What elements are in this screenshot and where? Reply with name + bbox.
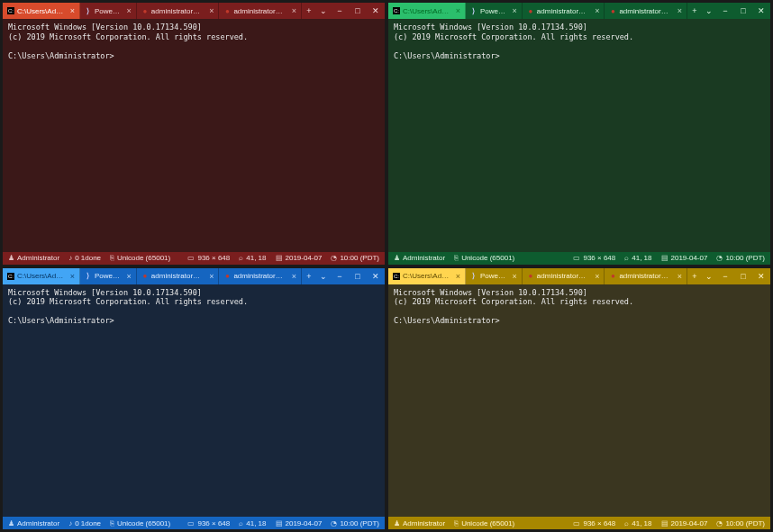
tab-bash-2[interactable]: ●administrator@DES..× <box>605 3 687 19</box>
titlebar: C:C:\Users\Administr.×⟩PowerShell×●admin… <box>388 3 770 19</box>
tab-close-button[interactable]: × <box>595 6 599 15</box>
terminal-output[interactable]: Microsoft Windows [Version 10.0.17134.59… <box>3 19 385 252</box>
minimize-button[interactable]: − <box>331 3 349 19</box>
window-controls: −□✕ <box>716 268 770 284</box>
close-window-button[interactable]: ✕ <box>752 268 770 284</box>
tab-label: administrator@DES.. <box>233 272 286 280</box>
output-line: (c) 2019 Microsoft Corporation. All righ… <box>8 297 379 307</box>
tab-label: PowerShell <box>95 272 122 280</box>
minimize-button[interactable]: − <box>716 268 734 284</box>
status-encoding-icon: ⎘ <box>110 519 114 527</box>
maximize-button[interactable]: □ <box>349 3 367 19</box>
tab-close-button[interactable]: × <box>595 272 599 281</box>
tab-close-button[interactable]: × <box>456 6 460 15</box>
tab-powershell[interactable]: ⟩PowerShell× <box>466 3 523 19</box>
status-left: ♟Administrator⎘Unicode (65001) <box>394 519 514 527</box>
tab-close-button[interactable]: × <box>513 272 517 281</box>
tab-bash-2[interactable]: ●administrator@DES..× <box>219 268 302 284</box>
tab-close-button[interactable]: × <box>70 6 75 15</box>
tab-dropdown-button[interactable]: ⌄ <box>702 3 716 19</box>
tab-close-button[interactable]: × <box>127 272 132 281</box>
terminal-output[interactable]: Microsoft Windows [Version 10.0.17134.59… <box>388 284 770 518</box>
minimize-button[interactable]: − <box>716 3 734 19</box>
tab-label: administrator@DES.. <box>537 7 589 15</box>
tab-label: administrator@DES.. <box>151 272 204 280</box>
status-position: ⌕41, 18 <box>239 519 266 527</box>
minimize-button[interactable]: − <box>331 268 349 284</box>
tab-dropdown-button[interactable]: ⌄ <box>702 268 716 284</box>
status-time: ◔10:00 (PDT) <box>331 254 379 262</box>
close-window-button[interactable]: ✕ <box>752 3 770 19</box>
new-tab-button[interactable]: + <box>302 268 316 284</box>
titlebar: C:C:\Users\Administr.×⟩PowerShell×●admin… <box>388 268 770 284</box>
tab-cmd[interactable]: C:C:\Users\Administr.× <box>388 268 466 284</box>
bash-icon: ● <box>223 273 231 280</box>
status-bar: ♟Administrator⎘Unicode (65001)▭936 × 648… <box>388 517 770 529</box>
output-line: (c) 2019 Microsoft Corporation. All righ… <box>394 32 765 42</box>
tab-close-button[interactable]: × <box>513 6 517 15</box>
output-line: Microsoft Windows [Version 10.0.17134.59… <box>8 23 379 32</box>
status-time-value: 10:00 (PDT) <box>725 519 765 527</box>
maximize-button[interactable]: □ <box>349 268 367 284</box>
new-tab-button[interactable]: + <box>302 3 316 19</box>
powershell-icon: ⟩ <box>470 273 477 280</box>
tab-close-button[interactable]: × <box>292 272 296 281</box>
status-jobs-icon: ♪ <box>68 519 72 527</box>
status-right: ▭936 × 648⌕41, 18▤2019-04-07◔10:00 (PDT) <box>573 519 765 527</box>
blank-line <box>8 307 379 317</box>
status-date: ▤2019-04-07 <box>661 254 708 262</box>
tab-close-button[interactable]: × <box>209 272 214 281</box>
tab-bash-1[interactable]: ●administrator@DES..× <box>137 3 220 19</box>
tab-close-button[interactable]: × <box>292 6 296 15</box>
tab-dropdown-button[interactable]: ⌄ <box>316 3 331 19</box>
status-user-icon: ♟ <box>394 254 400 262</box>
tab-cmd[interactable]: C:C:\Users\Administr.× <box>3 268 80 284</box>
status-time-icon: ◔ <box>716 519 723 527</box>
status-encoding-icon: ⎘ <box>454 254 459 262</box>
status-user-icon: ♟ <box>8 254 14 262</box>
new-tab-button[interactable]: + <box>687 3 702 19</box>
maximize-button[interactable]: □ <box>734 3 752 19</box>
close-window-button[interactable]: ✕ <box>367 3 385 19</box>
status-user: ♟Administrator <box>394 254 445 262</box>
powershell-icon: ⟩ <box>85 7 92 14</box>
maximize-button[interactable]: □ <box>734 268 752 284</box>
status-time: ◔10:00 (PDT) <box>716 254 765 262</box>
terminal-output[interactable]: Microsoft Windows [Version 10.0.17134.59… <box>388 19 770 252</box>
tab-bash-1[interactable]: ●administrator@DES..× <box>523 3 605 19</box>
status-date: ▤2019-04-07 <box>276 254 323 262</box>
new-tab-button[interactable]: + <box>687 268 702 284</box>
tab-close-button[interactable]: × <box>127 6 132 15</box>
bash-icon: ● <box>223 7 231 14</box>
close-window-button[interactable]: ✕ <box>367 268 385 284</box>
tab-strip: C:C:\Users\Administr.×⟩PowerShell×●admin… <box>388 3 687 19</box>
tab-cmd[interactable]: C:C:\Users\Administr.× <box>388 3 466 19</box>
tab-bash-1[interactable]: ●administrator@DES..× <box>137 268 220 284</box>
tab-strip: C:C:\Users\Administr.×⟩PowerShell×●admin… <box>3 268 302 284</box>
status-position-icon: ⌕ <box>239 254 243 262</box>
tab-cmd[interactable]: C:C:\Users\Administr.× <box>3 3 80 19</box>
tab-close-button[interactable]: × <box>456 272 460 281</box>
status-right: ▭936 × 648⌕41, 18▤2019-04-07◔10:00 (PDT) <box>573 254 765 262</box>
status-dimensions-value: 936 × 648 <box>583 519 615 527</box>
tab-powershell[interactable]: ⟩PowerShell× <box>466 268 523 284</box>
status-position: ⌕41, 18 <box>239 254 266 262</box>
output-line: (c) 2019 Microsoft Corporation. All righ… <box>8 32 379 42</box>
status-jobs: ♪0 1done <box>68 254 101 262</box>
tab-bash-2[interactable]: ●administrator@DES..× <box>605 268 687 284</box>
tab-close-button[interactable]: × <box>678 6 682 15</box>
status-user-value: Administrator <box>17 519 59 527</box>
terminal-output[interactable]: Microsoft Windows [Version 10.0.17134.59… <box>3 284 385 518</box>
tab-dropdown-button[interactable]: ⌄ <box>316 268 331 284</box>
cmd-icon: C: <box>7 7 14 14</box>
tab-powershell[interactable]: ⟩PowerShell× <box>80 268 137 284</box>
tab-bash-2[interactable]: ●administrator@DES..× <box>219 3 302 19</box>
status-encoding-value: Unicode (65001) <box>117 254 170 262</box>
tab-powershell[interactable]: ⟩PowerShell× <box>80 3 137 19</box>
tab-close-button[interactable]: × <box>678 272 682 281</box>
tab-close-button[interactable]: × <box>209 6 214 15</box>
status-dimensions-value: 936 × 648 <box>197 519 230 527</box>
status-position: ⌕41, 18 <box>624 519 651 527</box>
tab-bash-1[interactable]: ●administrator@DES..× <box>523 268 605 284</box>
tab-close-button[interactable]: × <box>70 272 75 281</box>
